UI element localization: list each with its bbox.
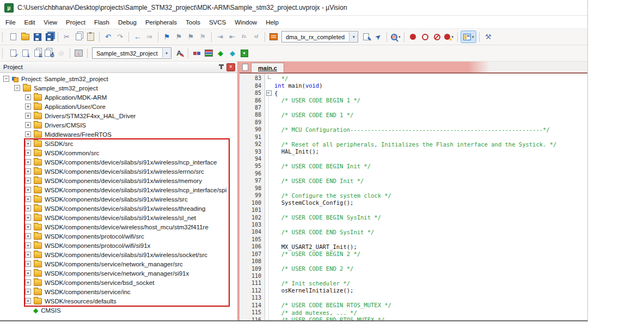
tree-item[interactable]: +WSDK/components/service/network_manager… [0,269,237,278]
expand-icon[interactable]: + [25,187,31,193]
target-combobox[interactable]: Sample_stm32_project▾ [92,47,171,59]
tree-item[interactable]: +WSDK/components/device/silabs/si91x/wir… [0,250,237,259]
expand-icon[interactable]: + [25,94,31,100]
tree-item[interactable]: +Application/User/Core [0,102,237,111]
save-icon[interactable] [32,31,43,42]
uncomment-selection-icon[interactable]: ≡/ [250,31,262,42]
manage-books-icon[interactable] [203,47,214,59]
menu-tools[interactable]: Tools [181,16,205,28]
comment-selection-icon[interactable]: /≡ [238,31,250,42]
copy-icon[interactable] [73,31,84,42]
configuration-icon[interactable]: ⚒ [482,31,494,42]
bookmark-prev-icon[interactable]: ⚑ [173,31,185,42]
menu-file[interactable]: File [1,16,20,28]
breakpoint-enable-disable-icon[interactable] [419,31,431,42]
tree-item[interactable]: −Project: Sample_stm32_project [0,74,237,83]
collapse-icon[interactable]: − [3,76,9,82]
incremental-find-icon[interactable]: ➤ [372,31,384,42]
tree-item[interactable]: +WSDK/components/protocol/wifi/si91x [0,241,237,250]
tree-item[interactable]: +WSDK/components/device/silabs/si91x/wir… [0,204,237,213]
tree-item[interactable]: +Drivers/CMSIS [0,120,237,130]
breakpoint-disable-all-icon[interactable] [431,31,443,42]
expand-icon[interactable]: + [25,224,31,230]
tree-item[interactable]: +WSDK/components/device/silabs/si91x/wir… [0,213,237,222]
tree-item[interactable]: ◆CMSIS [0,306,237,315]
indent-right-icon[interactable]: ⇥ [214,31,226,42]
expand-icon[interactable]: + [25,168,31,174]
expand-icon[interactable]: + [25,122,31,128]
nav-forward-icon[interactable]: ⇒ [144,31,155,42]
bookmark-next-icon[interactable]: ⚑ [185,31,197,42]
expand-icon[interactable]: + [25,261,31,267]
new-file-icon[interactable] [8,31,19,42]
batch-build-icon[interactable]: ⚙▾ [44,47,55,59]
undo-icon[interactable]: ↶ [102,31,114,42]
expand-icon[interactable]: + [25,252,31,258]
tree-item[interactable]: +WSDK/components/service/bsd_socket [0,278,237,287]
save-all-icon[interactable] [44,31,55,42]
expand-icon[interactable]: + [25,131,31,137]
nav-back-icon[interactable]: ← [132,31,143,42]
download-icon[interactable]: ↓ [73,47,84,59]
menu-edit[interactable]: Edit [20,16,40,28]
menu-flash[interactable]: Flash [90,16,114,28]
menu-view[interactable]: View [39,16,62,28]
collapse-icon[interactable]: − [14,85,20,91]
expand-icon[interactable]: + [25,178,31,184]
tree-item[interactable]: +WSDK/components/device/silabs/si91x/wir… [0,194,237,204]
translate-icon[interactable]: ✓ [8,47,19,59]
open-folder-icon[interactable] [20,31,31,42]
options-for-target-icon[interactable]: A✎ [174,47,185,59]
redo-icon[interactable]: ↷ [114,31,126,42]
fold-collapse-icon[interactable] [266,89,273,96]
expand-icon[interactable]: + [25,150,31,156]
tree-item[interactable]: +WSDK/components/device/silabs/si91x/wir… [0,185,237,194]
menu-svcs[interactable]: SVCS [205,16,230,28]
chevron-down-icon[interactable]: ▾ [472,35,474,39]
select-packs-icon[interactable]: ◆ [227,47,238,59]
code-editor[interactable]: 83 */84int main(void)85{86 /* USER CODE … [240,74,587,320]
build-icon[interactable]: ⇣ [20,47,31,59]
cut-icon[interactable]: ✂ [61,31,72,42]
find-icon[interactable]: @▾ [390,31,401,42]
expand-icon[interactable]: + [25,270,31,276]
tree-item[interactable]: +WSDK/components/device/silabs/si91x/wir… [0,167,237,176]
tree-item[interactable]: +Drivers/STM32F4xx_HAL_Driver [0,111,237,120]
expand-icon[interactable]: + [25,298,31,304]
expand-icon[interactable]: + [25,279,31,285]
tree-item[interactable]: +WSDK/components/service/network_manager… [0,259,237,269]
paste-icon[interactable] [85,31,96,42]
notebook-icon[interactable] [268,31,279,42]
tree-item[interactable]: +Middlewares/FreeRTOS [0,130,237,139]
expand-icon[interactable]: + [25,159,31,165]
menu-peripherals[interactable]: Peripherals [141,16,181,28]
search-combobox[interactable]: dma_tx_rx_completed▾ [281,31,358,42]
tab-main-c[interactable]: main.c [251,63,284,72]
menu-window[interactable]: Window [230,16,261,28]
bookmark-toggle-icon[interactable]: ⚑ [161,31,173,42]
rebuild-icon[interactable]: ⇊ [32,47,43,59]
menu-project[interactable]: Project [62,16,90,28]
file-extensions-icon[interactable] [191,47,203,59]
expand-icon[interactable]: + [25,141,31,147]
pin-icon[interactable] [217,63,225,71]
tree-item[interactable]: −Sample_stm32_project [0,83,237,93]
tree-item[interactable]: +WSDK/resources/defaults [0,296,237,306]
chevron-down-icon[interactable]: ▾ [349,32,358,41]
close-icon[interactable]: × [226,63,235,71]
expand-icon[interactable]: + [25,215,31,221]
window-select-icon[interactable]: ▾ [461,31,476,43]
manage-rte-icon[interactable]: ◆ [215,47,226,59]
tree-item[interactable]: +WSDK/components/protocol/wifi/src [0,231,237,241]
tree-item[interactable]: +WSDK/components/device/silabs/si91x/wir… [0,157,237,167]
breakpoint-kill-all-icon[interactable]: ▾ [443,31,455,42]
find-in-files-icon[interactable]: ✎ [360,31,372,42]
expand-icon[interactable]: + [25,196,31,202]
chevron-down-icon[interactable]: ▾ [162,48,171,58]
pack-installer-icon[interactable] [239,47,250,59]
menu-debug[interactable]: Debug [114,16,141,28]
tree-item[interactable]: +Application/MDK-ARM [0,93,237,102]
breakpoint-toggle-icon[interactable] [407,31,419,42]
expand-icon[interactable]: + [25,205,31,211]
tree-item[interactable]: +SiSDK/src [0,139,237,148]
